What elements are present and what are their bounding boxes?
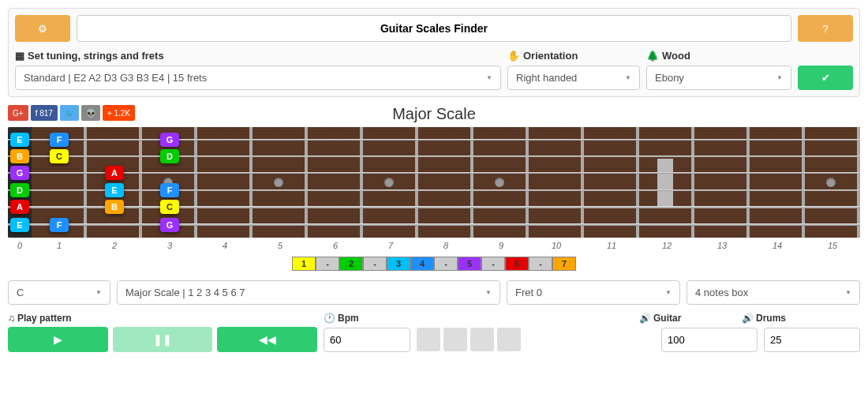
fret-numbers: 0123456789101112131415 (8, 241, 860, 250)
scale-type-select[interactable]: Major Scale | 1 2 3 4 5 6 7▼ (117, 280, 500, 305)
twitter-icon: 🐦 (65, 109, 74, 118)
check-icon: ✔ (821, 72, 830, 84)
open-note: E (10, 218, 29, 232)
fret-note: B (105, 200, 124, 214)
apply-button[interactable]: ✔ (798, 66, 853, 90)
fret-note: A (105, 166, 124, 180)
reddit-icon: 👽 (86, 109, 95, 118)
guitar-volume-input[interactable] (661, 328, 758, 352)
chevron-down-icon: ▼ (665, 289, 672, 296)
open-note: A (10, 200, 29, 214)
page-title: Guitar Scales Finder (77, 15, 791, 42)
volume-icon: 🔊 (742, 313, 754, 324)
reddit-button[interactable]: 👽 (81, 105, 100, 121)
facebook-button[interactable]: f 817 (31, 105, 58, 121)
music-icon: ♫ (8, 313, 15, 324)
gear-icon: ⚙ (38, 23, 47, 35)
plus-icon: + (107, 109, 112, 118)
settings-button[interactable]: ⚙ (15, 15, 70, 42)
wood-label: Wood (662, 50, 690, 62)
chevron-down-icon: ▼ (486, 74, 492, 81)
open-note: B (10, 149, 29, 163)
bpm-input[interactable] (324, 328, 410, 352)
fret-note: F (160, 183, 179, 197)
chevron-down-icon: ▼ (776, 74, 783, 81)
fret-note: F (50, 133, 69, 147)
volume-icon: 🔊 (639, 313, 651, 324)
scale-degree-bar: 1-2-34-5-6-7 (8, 257, 860, 271)
wood-select[interactable]: Ebony▼ (646, 66, 791, 90)
scale-title: Major Scale (8, 105, 860, 123)
pause-icon: ❚❚ (153, 333, 172, 346)
root-note-select[interactable]: C▼ (8, 280, 110, 305)
twitter-button[interactable]: 🐦 (60, 105, 79, 121)
drums-volume-input[interactable] (764, 328, 860, 352)
drums-vol-label: Drums (756, 313, 786, 324)
rewind-button[interactable]: ◀◀ (217, 327, 317, 352)
chevron-down-icon: ▼ (845, 289, 851, 296)
orientation-label: Orientation (523, 50, 578, 62)
guitar-vol-label: Guitar (653, 313, 681, 324)
gplus-icon: G+ (13, 109, 24, 118)
fret-note: E (105, 183, 124, 197)
fret-note: D (160, 149, 179, 163)
fret-note: G (160, 133, 179, 147)
bpm-visualizer (417, 328, 521, 351)
play-pattern-label: Play pattern (17, 313, 72, 324)
fret-note: G (160, 218, 179, 232)
open-note: G (10, 166, 29, 180)
orientation-select[interactable]: Right handed▼ (507, 66, 640, 90)
tree-icon: 🌲 (646, 50, 659, 62)
tuning-select[interactable]: Standard | E2 A2 D3 G3 B3 E4 | 15 frets▼ (15, 66, 501, 90)
grid-icon: ▦ (15, 50, 24, 62)
pause-button[interactable]: ❚❚ (113, 327, 213, 352)
question-icon: ? (822, 23, 828, 35)
google-plus-button[interactable]: G+ (8, 105, 28, 121)
open-note: E (10, 133, 29, 147)
fret-position-select[interactable]: Fret 0▼ (507, 280, 680, 305)
fret-note: C (50, 149, 69, 163)
hand-icon: ✋ (507, 50, 520, 62)
clock-icon: 🕐 (324, 313, 335, 324)
fret-note: F (50, 218, 69, 232)
chevron-down-icon: ▼ (625, 74, 631, 81)
open-note: D (10, 183, 29, 197)
play-icon: ▶ (54, 333, 62, 346)
play-button[interactable]: ▶ (8, 327, 108, 352)
bpm-label: Bpm (338, 313, 359, 324)
box-pattern-select[interactable]: 4 notes box▼ (687, 280, 860, 305)
help-button[interactable]: ? (798, 15, 853, 42)
rewind-icon: ◀◀ (259, 333, 276, 346)
chevron-down-icon: ▼ (95, 289, 102, 296)
fret-note: C (160, 200, 179, 214)
chevron-down-icon: ▼ (485, 289, 492, 296)
addthis-button[interactable]: + 1.2K (103, 105, 135, 121)
facebook-icon: f (36, 109, 38, 118)
fretboard[interactable]: EFGBCDGADEFABCEFG (8, 127, 860, 238)
tuning-label: Set tuning, strings and frets (28, 50, 164, 62)
